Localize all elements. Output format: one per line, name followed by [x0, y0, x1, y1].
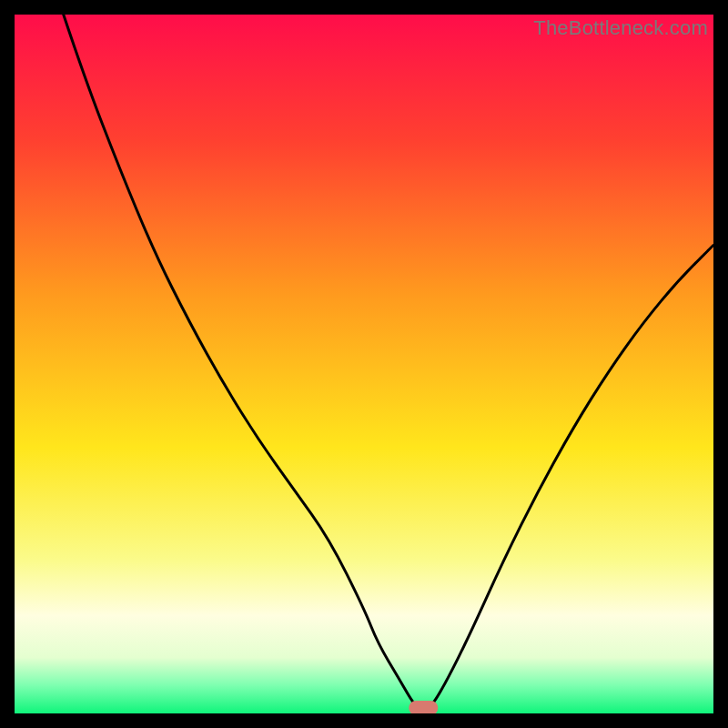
chart-container: TheBottleneck.com [0, 0, 728, 728]
watermark-text: TheBottleneck.com [533, 16, 708, 40]
minimum-marker [409, 701, 438, 713]
plot-area: TheBottleneck.com [15, 15, 713, 713]
chart-svg [15, 15, 713, 713]
